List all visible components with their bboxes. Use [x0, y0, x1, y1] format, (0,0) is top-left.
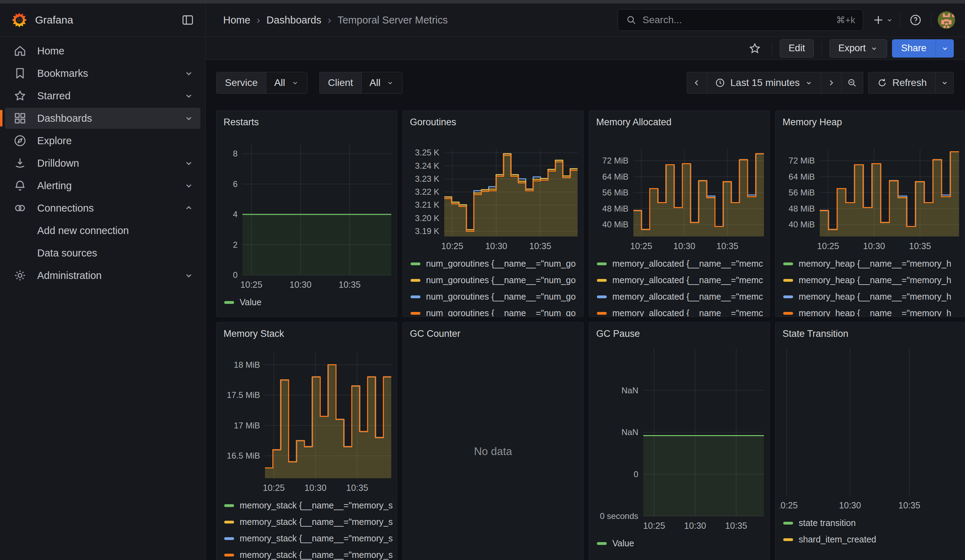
legend-swatch	[783, 312, 793, 315]
sidebar-item-label: Drilldown	[37, 158, 183, 169]
sidebar-nav: HomeBookmarksStarredDashboardsExploreDri…	[0, 37, 205, 560]
legend-item[interactable]: num_goroutines {__name__="num_go	[411, 305, 583, 317]
sidebar-item-bookmarks[interactable]: Bookmarks	[5, 63, 200, 84]
share-button[interactable]: Share	[892, 39, 936, 57]
edit-button[interactable]: Edit	[780, 39, 814, 57]
sidebar-item-data-sources[interactable]: Data sources	[5, 242, 200, 263]
sidebar-item-label: Administration	[37, 270, 183, 281]
legend-item[interactable]: shard_item_created	[783, 531, 965, 548]
share-menu-button[interactable]	[936, 39, 954, 57]
legend-item[interactable]: memory_stack {__name__="memory_s	[224, 547, 397, 560]
legend-item[interactable]: memory_heap {__name__="memory_h	[783, 305, 965, 317]
legend-item[interactable]: num_goroutines {__name__="num_go	[411, 289, 583, 305]
svg-text:18 MiB: 18 MiB	[234, 360, 260, 369]
chart-goroutines[interactable]: 3.25 K3.24 K3.23 K3.22 K3.21 K3.20 K3.19…	[407, 149, 581, 252]
svg-text:10:25: 10:25	[630, 241, 653, 251]
svg-text:56 MiB: 56 MiB	[788, 188, 815, 197]
legend-swatch	[783, 522, 793, 524]
svg-text:3.20 K: 3.20 K	[415, 213, 439, 223]
legend-memory-stack: memory_stack {__name__="memory_smemory_s…	[216, 494, 397, 560]
breadcrumb-dashboards[interactable]: Dashboards	[267, 15, 321, 26]
export-label: Export	[838, 43, 866, 54]
refresh-button[interactable]: Refresh	[868, 72, 936, 94]
refresh-interval-button[interactable]	[936, 72, 954, 94]
sidebar-item-connections[interactable]: Connections	[5, 198, 200, 219]
help-icon[interactable]	[906, 11, 925, 29]
panel-title[interactable]: Restarts	[216, 111, 397, 128]
search-input[interactable]: Search... ⌘+k	[618, 9, 863, 31]
grid-icon	[13, 111, 27, 126]
legend-swatch	[783, 263, 793, 265]
svg-text:10:30: 10:30	[485, 241, 507, 251]
chart-memory-allocated[interactable]: 72 MiB64 MiB56 MiB48 MiB40 MiB10:2510:30…	[594, 149, 767, 252]
panel-title[interactable]: GC Counter	[403, 322, 583, 339]
sidebar-item-alerting[interactable]: Alerting	[5, 175, 200, 196]
legend-item[interactable]: memory_allocated {__name__="memc	[597, 305, 770, 317]
legend-item[interactable]: memory_allocated {__name__="memc	[597, 272, 770, 289]
legend-item[interactable]: memory_stack {__name__="memory_s	[224, 497, 397, 514]
svg-text:10:35: 10:35	[529, 241, 551, 251]
service-variable-dropdown[interactable]: Service All	[216, 72, 307, 94]
chart-gc-pause[interactable]: NaNNaN00 seconds10:2510:3010:35	[594, 348, 767, 532]
legend-item[interactable]: num_goroutines {__name__="num_go	[411, 255, 583, 272]
legend-item[interactable]: memory_heap {__name__="memory_h	[783, 272, 965, 289]
sidebar-item-drilldown[interactable]: Drilldown	[5, 153, 200, 174]
svg-text:72 MiB: 72 MiB	[788, 156, 815, 165]
legend-item[interactable]: state transition	[783, 515, 965, 531]
zoom-out-button[interactable]	[841, 72, 863, 94]
sidebar-item-add-new-connection[interactable]: Add new connection	[5, 220, 200, 241]
svg-text:10:35: 10:35	[346, 483, 368, 493]
sidebar-item-administration[interactable]: Administration	[5, 265, 200, 286]
legend-item[interactable]: Value	[224, 294, 397, 310]
chart-memory-heap[interactable]: 72 MiB64 MiB56 MiB48 MiB40 MiB10:2510:30…	[780, 149, 963, 252]
chevron-down-icon	[183, 90, 194, 101]
legend-gc-pause: Value	[589, 532, 770, 552]
legend-item[interactable]: memory_stack {__name__="memory_s	[224, 514, 397, 530]
legend-item[interactable]: Value	[597, 535, 770, 552]
time-shift-back-button[interactable]	[687, 72, 707, 94]
legend-item[interactable]: memory_stack {__name__="memory_s	[224, 530, 397, 547]
legend-label: state transition	[799, 518, 856, 528]
add-new-button[interactable]	[872, 11, 893, 29]
time-shift-forward-button[interactable]	[821, 72, 841, 94]
legend-item[interactable]: memory_heap {__name__="memory_h	[783, 255, 965, 272]
sidebar-item-label: Bookmarks	[37, 68, 183, 79]
avatar[interactable]	[938, 11, 955, 29]
svg-text:3.21 K: 3.21 K	[415, 200, 439, 209]
svg-text:NaN: NaN	[622, 427, 638, 437]
chart-restarts[interactable]: 8642010:2510:3010:35	[221, 145, 395, 291]
search-icon	[626, 15, 637, 26]
time-range-picker[interactable]: Last 15 minutes	[707, 72, 821, 94]
panel-gc-pause: GC Pause NaNNaN00 seconds10:2510:3010:35…	[589, 322, 770, 560]
client-variable-dropdown[interactable]: Client All	[319, 72, 403, 94]
panel-title[interactable]: Goroutines	[403, 111, 583, 128]
legend-item[interactable]: num_goroutines {__name__="num_go	[411, 272, 583, 289]
panel-title[interactable]: Memory Allocated	[589, 111, 770, 128]
panel-title[interactable]: GC Pause	[589, 322, 770, 339]
mega-menu-toggle-icon[interactable]	[180, 12, 195, 28]
legend-label: num_goroutines {__name__="num_go	[426, 292, 576, 302]
sidebar-item-dashboards[interactable]: Dashboards	[5, 108, 200, 129]
sidebar-item-explore[interactable]: Explore	[5, 130, 200, 151]
svg-text:72 MiB: 72 MiB	[602, 156, 628, 165]
panel-memory-stack: Memory Stack 18 MiB17.5 MiB17 MiB16.5 Mi…	[216, 322, 397, 560]
panel-title[interactable]: State Transition	[775, 322, 965, 339]
sidebar-item-starred[interactable]: Starred	[5, 85, 200, 106]
breadcrumb-home[interactable]: Home	[223, 15, 250, 26]
grafana-logo-icon[interactable]	[11, 12, 27, 28]
star-dashboard-icon[interactable]	[746, 39, 764, 57]
sidebar-item-home[interactable]: Home	[5, 40, 200, 61]
legend-item[interactable]: memory_allocated {__name__="memc	[597, 255, 770, 272]
chart-state-transition[interactable]: 10:2510:3010:35	[780, 348, 963, 511]
panel-title[interactable]: Memory Heap	[775, 111, 965, 128]
window-top-strip	[0, 0, 965, 3]
panel-title[interactable]: Memory Stack	[216, 322, 397, 339]
svg-text:10:35: 10:35	[909, 241, 931, 251]
legend-item[interactable]: memory_allocated {__name__="memc	[597, 289, 770, 305]
chart-memory-stack[interactable]: 18 MiB17.5 MiB17 MiB16.5 MiB10:2510:3010…	[221, 353, 395, 494]
breadcrumb-current-page: Temporal Server Metrics	[338, 15, 448, 26]
client-variable-value: All	[370, 77, 380, 88]
legend-swatch	[224, 553, 234, 557]
export-button[interactable]: Export	[829, 39, 887, 57]
legend-item[interactable]: memory_heap {__name__="memory_h	[783, 289, 965, 305]
